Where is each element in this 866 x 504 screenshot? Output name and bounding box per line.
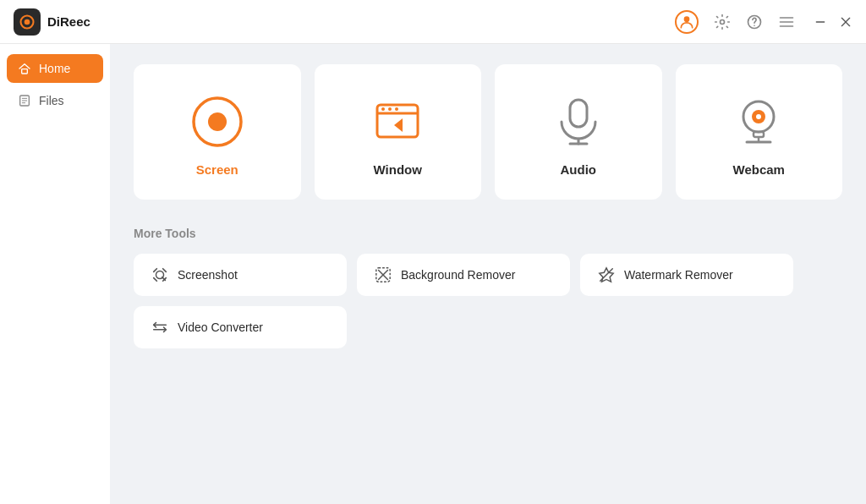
svg-point-9 [208, 112, 227, 131]
audio-card[interactable]: Audio [495, 64, 662, 200]
title-bar: DiReec [0, 0, 866, 44]
svg-point-12 [388, 107, 392, 111]
svg-rect-14 [570, 100, 587, 127]
window-label: Window [374, 162, 422, 177]
menu-icon[interactable] [778, 14, 795, 30]
tool-video-converter[interactable]: Video Converter [134, 306, 347, 348]
svg-point-19 [756, 114, 761, 119]
svg-point-11 [381, 107, 385, 111]
record-cards-row: Screen Window [134, 64, 842, 200]
sidebar-item-files[interactable]: Files [7, 86, 103, 115]
content-area: Screen Window [110, 44, 866, 504]
window-card[interactable]: Window [315, 64, 482, 200]
background-remover-label: Background Remover [401, 268, 515, 282]
sidebar-home-label: Home [39, 62, 70, 75]
minimize-button[interactable] [814, 15, 827, 29]
help-icon[interactable] [746, 14, 763, 30]
webcam-label: Webcam [733, 162, 785, 177]
webcam-icon [732, 95, 786, 149]
main-layout: Home Files Scre [0, 44, 866, 504]
audio-icon [551, 95, 606, 149]
window-icon [370, 95, 425, 149]
screenshot-label: Screenshot [178, 268, 238, 282]
svg-point-3 [721, 19, 725, 24]
more-tools-section: More Tools Screenshot [134, 227, 842, 348]
screen-card[interactable]: Screen [134, 64, 301, 200]
home-icon [17, 61, 32, 76]
sidebar-item-home[interactable]: Home [7, 54, 103, 83]
account-icon[interactable] [675, 10, 699, 34]
svg-rect-6 [22, 69, 28, 74]
app-name: DiReec [47, 14, 90, 29]
watermark-remover-icon [597, 266, 616, 284]
close-button[interactable] [839, 15, 852, 29]
screen-icon [190, 95, 244, 149]
app-logo [14, 8, 41, 36]
svg-point-1 [25, 19, 30, 25]
titlebar-controls [675, 10, 852, 34]
video-converter-label: Video Converter [178, 320, 263, 334]
tools-grid: Screenshot Background Remover [134, 254, 793, 348]
svg-rect-20 [754, 132, 764, 137]
sidebar-files-label: Files [39, 94, 64, 107]
screen-label: Screen [196, 162, 238, 177]
tool-watermark-remover[interactable]: Watermark Remover [580, 254, 793, 296]
window-controls [814, 15, 852, 29]
svg-point-13 [395, 107, 398, 111]
svg-point-2 [684, 16, 690, 22]
files-icon [17, 93, 32, 108]
tool-screenshot[interactable]: Screenshot [134, 254, 347, 296]
sidebar: Home Files [0, 44, 110, 504]
tool-background-remover[interactable]: Background Remover [357, 254, 570, 296]
video-converter-icon [151, 318, 169, 337]
screenshot-icon [151, 266, 169, 284]
audio-label: Audio [561, 162, 597, 177]
settings-icon[interactable] [714, 14, 731, 30]
svg-point-5 [754, 25, 755, 25]
logo-area: DiReec [14, 8, 675, 36]
more-tools-title: More Tools [134, 227, 842, 240]
watermark-remover-label: Watermark Remover [624, 268, 733, 282]
webcam-card[interactable]: Webcam [676, 64, 843, 200]
background-remover-icon [374, 266, 392, 284]
